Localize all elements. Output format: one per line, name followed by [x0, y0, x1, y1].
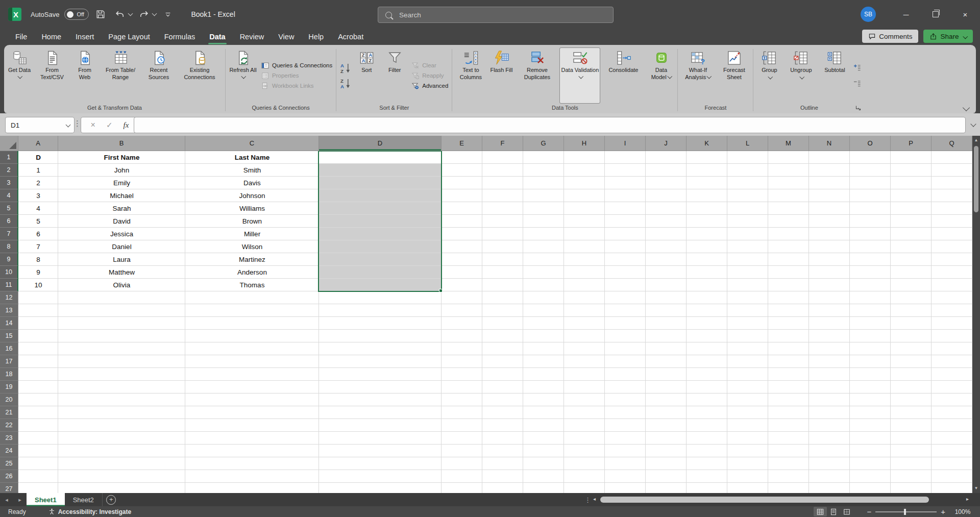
- cell-c9[interactable]: Martinez: [185, 253, 319, 266]
- cell-c11[interactable]: Thomas: [185, 279, 319, 291]
- ungroup-button[interactable]: Ungroup: [784, 47, 818, 104]
- zoom-slider-thumb[interactable]: [904, 509, 906, 515]
- cell-a4[interactable]: 3: [18, 189, 58, 202]
- row-header-20[interactable]: 20: [0, 393, 18, 406]
- cell-b2[interactable]: John: [58, 164, 185, 177]
- cell-a11[interactable]: 10: [18, 279, 58, 291]
- selection-fill-handle[interactable]: [439, 289, 443, 292]
- column-header-q[interactable]: Q: [932, 136, 972, 151]
- redo-dropdown-icon[interactable]: [152, 11, 157, 16]
- ribbon-tab-acrobat[interactable]: Acrobat: [331, 29, 371, 45]
- cell-a8[interactable]: 7: [18, 240, 58, 253]
- row-header-18[interactable]: 18: [0, 368, 18, 381]
- cell-b5[interactable]: Sarah: [58, 202, 185, 215]
- customize-quick-access-icon[interactable]: [160, 7, 176, 22]
- hide-detail-button[interactable]: [853, 80, 861, 87]
- remove-duplicates-button[interactable]: Remove Duplicates: [515, 47, 559, 104]
- ribbon-tab-view[interactable]: View: [271, 29, 301, 45]
- horizontal-scrollbar[interactable]: ◂ ▸: [593, 496, 969, 504]
- cell-c6[interactable]: Brown: [185, 215, 319, 228]
- spreadsheet-grid[interactable]: 1234567891011121314151617181920212223242…: [0, 151, 972, 493]
- from-web-button[interactable]: From Web: [71, 47, 99, 104]
- cell-a7[interactable]: 6: [18, 228, 58, 240]
- sheet-tab-sheet1[interactable]: Sheet1: [27, 493, 65, 506]
- minimize-button[interactable]: ─: [891, 0, 921, 29]
- formula-bar-handle[interactable]: ⋮: [74, 119, 81, 128]
- page-layout-view-button[interactable]: [827, 507, 840, 516]
- cell-c1[interactable]: Last Name: [185, 151, 319, 164]
- ribbon-tab-review[interactable]: Review: [233, 29, 272, 45]
- enter-icon[interactable]: ✓: [106, 120, 113, 130]
- dialog-launcher-icon[interactable]: [855, 105, 862, 111]
- cell-b6[interactable]: David: [58, 215, 185, 228]
- queries-connections-button[interactable]: Queries & Connections: [261, 62, 332, 69]
- expand-formula-bar-icon[interactable]: [970, 121, 976, 127]
- row-header-9[interactable]: 9: [0, 253, 18, 266]
- row-header-15[interactable]: 15: [0, 330, 18, 342]
- column-header-n[interactable]: N: [809, 136, 850, 151]
- data-validation-button[interactable]: Data Validation: [559, 47, 600, 104]
- sort-ascending-button[interactable]: AZ: [339, 62, 351, 74]
- share-button[interactable]: Share: [923, 30, 973, 43]
- cell-b10[interactable]: Matthew: [58, 266, 185, 279]
- row-header-8[interactable]: 8: [0, 240, 18, 253]
- scroll-down-icon[interactable]: ▼: [974, 484, 978, 493]
- close-button[interactable]: ×: [950, 0, 980, 29]
- row-header-17[interactable]: 17: [0, 355, 18, 368]
- undo-button[interactable]: [112, 7, 128, 22]
- column-header-l[interactable]: L: [727, 136, 768, 151]
- row-header-6[interactable]: 6: [0, 215, 18, 228]
- text-to-columns-button[interactable]: Text to Columns: [454, 47, 487, 104]
- column-header-o[interactable]: O: [850, 136, 891, 151]
- sheet-tab-sheet2[interactable]: Sheet2: [65, 493, 103, 506]
- row-header-5[interactable]: 5: [0, 202, 18, 215]
- cell-c2[interactable]: Smith: [185, 164, 319, 177]
- scroll-up-icon[interactable]: ▲: [974, 136, 978, 145]
- data-model-button[interactable]: Data Model: [646, 47, 676, 104]
- vertical-scrollbar[interactable]: ▲ ▼: [972, 136, 980, 493]
- cell-b4[interactable]: Michael: [58, 189, 185, 202]
- from-text-csv-button[interactable]: From Text/CSV: [34, 47, 70, 104]
- row-header-7[interactable]: 7: [0, 228, 18, 240]
- formula-input[interactable]: [134, 117, 965, 133]
- cell-a3[interactable]: 2: [18, 177, 58, 189]
- row-header-10[interactable]: 10: [0, 266, 18, 279]
- cell-a10[interactable]: 9: [18, 266, 58, 279]
- ribbon-tab-formulas[interactable]: Formulas: [157, 29, 202, 45]
- tab-scrollbar-splitter[interactable]: ⋮: [584, 493, 591, 506]
- save-button[interactable]: [93, 7, 108, 22]
- get-data-button[interactable]: Get Data: [6, 47, 33, 104]
- sheet-nav-prev-icon[interactable]: ◂: [0, 493, 13, 506]
- reapply-filter-button[interactable]: Reapply: [411, 72, 448, 80]
- vertical-scroll-thumb[interactable]: [974, 146, 978, 212]
- cell-b3[interactable]: Emily: [58, 177, 185, 189]
- comments-button[interactable]: Comments: [862, 30, 918, 43]
- zoom-level[interactable]: 100%: [949, 508, 976, 515]
- column-header-c[interactable]: C: [185, 136, 319, 151]
- from-table-range-button[interactable]: From Table/ Range: [99, 47, 142, 104]
- search-box[interactable]: [378, 7, 614, 23]
- page-break-view-button[interactable]: [840, 507, 853, 516]
- row-header-23[interactable]: 23: [0, 432, 18, 445]
- row-header-27[interactable]: 27: [0, 483, 18, 493]
- cell-b8[interactable]: Daniel: [58, 240, 185, 253]
- column-header-k[interactable]: K: [687, 136, 727, 151]
- workbook-links-button[interactable]: Workbook Links: [261, 82, 332, 90]
- search-input[interactable]: [398, 11, 594, 19]
- sort-button[interactable]: ZAAZ Sort: [353, 47, 380, 104]
- cell-b11[interactable]: Olivia: [58, 279, 185, 291]
- refresh-all-button[interactable]: Refresh All: [227, 47, 259, 104]
- ribbon-tab-help[interactable]: Help: [301, 29, 331, 45]
- cell-b9[interactable]: Laura: [58, 253, 185, 266]
- insert-function-icon[interactable]: fx: [124, 121, 129, 130]
- advanced-filter-button[interactable]: Advanced: [411, 82, 448, 90]
- cell-a1[interactable]: D: [18, 151, 58, 164]
- cell-a9[interactable]: 8: [18, 253, 58, 266]
- cell-c7[interactable]: Miller: [185, 228, 319, 240]
- column-header-p[interactable]: P: [891, 136, 932, 151]
- avatar[interactable]: SB: [861, 7, 876, 22]
- cell-c10[interactable]: Anderson: [185, 266, 319, 279]
- what-if-analysis-button[interactable]: ? What-If Analysis: [679, 47, 716, 104]
- cell-a2[interactable]: 1: [18, 164, 58, 177]
- sheet-nav-next-icon[interactable]: ▸: [13, 493, 27, 506]
